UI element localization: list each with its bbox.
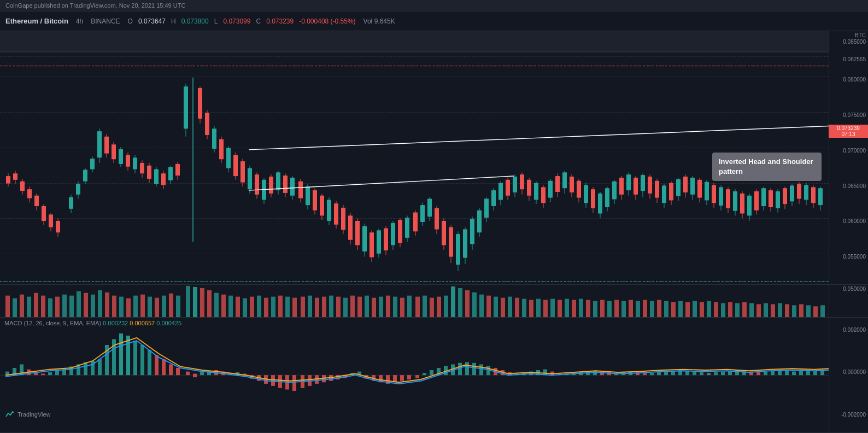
svg-rect-288 bbox=[386, 295, 390, 317]
svg-rect-86 bbox=[313, 190, 317, 210]
svg-rect-303 bbox=[494, 296, 498, 317]
svg-rect-74 bbox=[269, 177, 273, 194]
macd-value-1: 0.000232 bbox=[103, 320, 128, 326]
low-value: 0.073099 bbox=[223, 17, 250, 25]
svg-rect-277 bbox=[308, 295, 312, 317]
svg-rect-458 bbox=[771, 371, 775, 375]
svg-rect-273 bbox=[278, 295, 283, 317]
svg-rect-343 bbox=[778, 303, 782, 317]
svg-rect-280 bbox=[329, 295, 333, 317]
svg-rect-130 bbox=[470, 219, 474, 244]
macd-value-3: 0.000425 bbox=[156, 320, 181, 326]
svg-rect-142 bbox=[513, 177, 517, 192]
svg-rect-66 bbox=[241, 161, 245, 183]
svg-rect-45 bbox=[161, 173, 166, 185]
svg-rect-406 bbox=[400, 375, 404, 381]
svg-rect-204 bbox=[733, 191, 737, 211]
svg-rect-150 bbox=[541, 187, 546, 203]
price-level-075: 0.075000 bbox=[843, 112, 866, 118]
open-label: O bbox=[128, 17, 133, 25]
low-label: L bbox=[214, 17, 218, 25]
svg-rect-206 bbox=[740, 194, 744, 214]
svg-rect-268 bbox=[243, 298, 247, 317]
svg-rect-290 bbox=[400, 297, 404, 317]
candles-nov-dec bbox=[548, 171, 695, 218]
svg-rect-345 bbox=[792, 305, 796, 317]
svg-rect-51 bbox=[184, 86, 188, 128]
svg-rect-164 bbox=[591, 189, 595, 208]
svg-rect-162 bbox=[584, 185, 588, 203]
svg-rect-410 bbox=[430, 370, 433, 375]
svg-rect-242 bbox=[55, 296, 60, 317]
svg-rect-56 bbox=[205, 113, 209, 134]
svg-rect-23 bbox=[83, 170, 87, 182]
svg-rect-342 bbox=[771, 304, 775, 317]
macd-scale-top: 0.002000 bbox=[843, 327, 866, 333]
svg-rect-375 bbox=[176, 368, 180, 375]
btc-label: BTC bbox=[855, 32, 866, 38]
svg-rect-269 bbox=[250, 296, 254, 317]
svg-rect-447 bbox=[693, 371, 696, 375]
svg-rect-226 bbox=[811, 187, 816, 203]
svg-rect-258 bbox=[169, 293, 173, 317]
svg-rect-335 bbox=[721, 303, 725, 317]
candles-dec bbox=[697, 178, 823, 221]
svg-rect-39 bbox=[140, 163, 144, 173]
annotation-inverted-hs: Inverted Head and Shoulder pattern bbox=[712, 153, 822, 181]
svg-rect-70 bbox=[255, 174, 259, 195]
svg-rect-94 bbox=[341, 208, 345, 230]
svg-rect-3 bbox=[6, 176, 10, 183]
candles-oct bbox=[298, 179, 409, 262]
svg-rect-166 bbox=[598, 194, 602, 214]
svg-rect-17 bbox=[56, 221, 60, 232]
vol-value: 9.645K bbox=[374, 17, 395, 25]
svg-rect-265 bbox=[221, 294, 226, 317]
svg-rect-235 bbox=[5, 295, 10, 317]
svg-rect-357 bbox=[48, 372, 52, 375]
candles-aug bbox=[69, 128, 180, 213]
svg-rect-259 bbox=[176, 295, 180, 317]
chart-header: Ethereum / Bitcoin 4h BINANCE O 0.073647… bbox=[0, 11, 868, 31]
exchange: BINANCE bbox=[91, 17, 120, 25]
svg-rect-451 bbox=[721, 371, 725, 375]
svg-rect-327 bbox=[664, 301, 668, 317]
svg-rect-321 bbox=[621, 301, 626, 317]
svg-rect-180 bbox=[648, 177, 652, 194]
svg-rect-158 bbox=[570, 177, 574, 192]
close-value: 0.073239 bbox=[266, 17, 294, 25]
price-chart[interactable]: Inverted Head and Shoulder pattern 0.085… bbox=[0, 31, 868, 285]
svg-rect-54 bbox=[198, 88, 202, 119]
svg-rect-245 bbox=[77, 291, 81, 317]
svg-rect-112 bbox=[405, 218, 409, 238]
svg-rect-347 bbox=[806, 305, 811, 317]
svg-rect-186 bbox=[669, 183, 673, 201]
svg-rect-218 bbox=[783, 188, 787, 204]
svg-rect-15 bbox=[49, 214, 53, 227]
svg-rect-255 bbox=[148, 296, 152, 317]
svg-rect-272 bbox=[271, 296, 275, 317]
svg-rect-276 bbox=[301, 296, 305, 317]
svg-rect-308 bbox=[529, 300, 533, 317]
svg-rect-371 bbox=[148, 350, 151, 375]
macd-value-2: 0.000657 bbox=[130, 320, 155, 326]
svg-rect-78 bbox=[283, 175, 288, 193]
svg-rect-122 bbox=[442, 221, 446, 245]
svg-rect-170 bbox=[612, 182, 617, 200]
price-scale: 0.085000 0.082565 0.080000 0.075000 0.07… bbox=[829, 31, 868, 284]
close-label: C bbox=[256, 17, 261, 25]
svg-rect-363 bbox=[91, 361, 95, 375]
svg-rect-448 bbox=[700, 372, 703, 375]
svg-rect-188 bbox=[676, 179, 681, 196]
svg-rect-68 bbox=[248, 168, 252, 190]
svg-rect-322 bbox=[629, 300, 633, 317]
svg-rect-300 bbox=[472, 292, 477, 317]
price-level-070: 0.070000 bbox=[843, 148, 866, 154]
gray-band bbox=[0, 31, 829, 52]
svg-rect-348 bbox=[813, 306, 818, 317]
svg-rect-116 bbox=[420, 205, 425, 222]
svg-rect-19 bbox=[69, 197, 73, 209]
svg-rect-192 bbox=[690, 178, 695, 195]
svg-rect-241 bbox=[48, 298, 52, 317]
high-label: H bbox=[171, 17, 176, 25]
svg-rect-297 bbox=[451, 286, 455, 317]
